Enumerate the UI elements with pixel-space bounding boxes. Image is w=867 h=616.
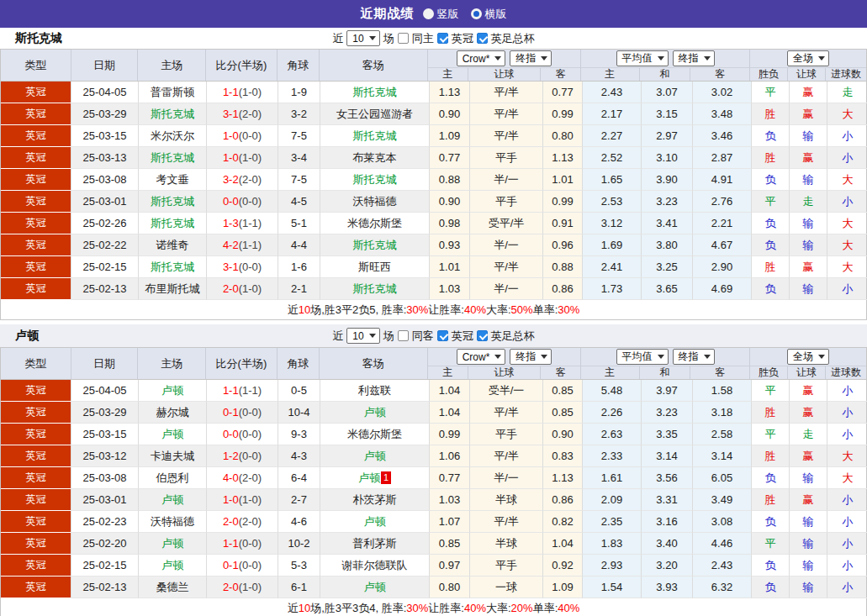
avg-odds-draw: 3.20 [642, 555, 693, 577]
away-team[interactable]: 卢顿 [320, 445, 430, 467]
match-date: 25-03-01 [71, 191, 139, 213]
average-select[interactable]: 平均值 [616, 349, 669, 365]
handicap-line: 平/半 [470, 256, 543, 278]
result-goals: 大 [827, 445, 867, 467]
home-team[interactable]: 卢顿 [139, 533, 207, 555]
same-home-checkbox[interactable] [398, 33, 409, 44]
result-goals: 小 [827, 125, 867, 147]
layout-radio-group: 竖版 横版 [423, 7, 507, 22]
away-team[interactable]: 斯托克城 [320, 278, 430, 300]
handicap-odds-away: 1.09 [543, 577, 583, 598]
same-home-label: 同主 [412, 31, 434, 46]
filter-controls: 近 10 场 同主 英冠 英足总杯 [332, 30, 534, 46]
away-team[interactable]: 卢顿 [320, 402, 430, 424]
home-team[interactable]: 斯托克城 [139, 256, 207, 278]
match-date: 25-02-13 [71, 278, 139, 300]
fa-cup-checkbox[interactable] [477, 33, 488, 44]
home-team: 米尔沃尔 [139, 125, 207, 147]
result-winloss: 平 [752, 380, 790, 402]
fa-cup-checkbox[interactable] [477, 330, 488, 341]
bookmaker-select[interactable]: Crow* [457, 50, 506, 66]
handicap-odds-home: 0.98 [430, 213, 470, 234]
subcol-handicap-result: 让球 [788, 366, 826, 379]
handicap-line: 平/半 [470, 402, 543, 424]
chevron-down-icon [704, 355, 711, 359]
corner-score: 7-5 [278, 125, 320, 147]
handicap-odds-away: 0.85 [543, 402, 583, 424]
table-row: 英冠25-02-15斯托克城3-1(0-0)1-6斯旺西1.01平/半0.882… [1, 256, 866, 278]
final-odds-select-2[interactable]: 终指 [673, 349, 715, 365]
fa-cup-label: 英足总杯 [491, 329, 535, 344]
subcol-handicap: 让球 [468, 366, 542, 379]
avg-odds-draw: 3.10 [642, 147, 693, 169]
final-odds-select[interactable]: 终指 [510, 50, 552, 66]
corner-score: 5-1 [278, 213, 320, 234]
away-team[interactable]: 斯托克城 [320, 125, 430, 147]
radio-horizontal-layout[interactable]: 横版 [471, 7, 507, 22]
away-team[interactable]: 卢顿 [320, 577, 430, 598]
home-team[interactable]: 斯托克城 [139, 103, 207, 125]
summary-stat-value: 30% [406, 602, 428, 614]
handicap-odds-home: 1.06 [430, 445, 470, 467]
result-handicap: 输 [790, 511, 827, 533]
away-team[interactable]: 斯托克城 [320, 234, 430, 256]
league-checkbox[interactable] [437, 330, 448, 341]
away-team[interactable]: 卢顿 [320, 511, 430, 533]
avg-dropdown-row: 平均值 终指 [581, 348, 749, 366]
fa-cup-label: 英足总杯 [491, 31, 535, 46]
away-team[interactable]: 斯托克城 [320, 82, 430, 103]
result-group: 全场 胜负 让球 进球数 [750, 50, 866, 81]
subcol-winloss: 胜负 [750, 68, 788, 81]
filter-controls: 近 10 场 同客 英冠 英足总杯 [332, 328, 534, 344]
bookmaker-select[interactable]: Crow* [457, 349, 506, 365]
league-checkbox[interactable] [437, 33, 448, 44]
recent-count-select[interactable]: 10 [346, 328, 379, 344]
handicap-odds-away: 0.88 [543, 256, 583, 278]
home-team[interactable]: 卢顿 [139, 380, 207, 402]
avg-subheader-row: 主 和 客 [581, 366, 749, 379]
result-handicap: 输 [790, 278, 827, 300]
league-badge: 英冠 [1, 213, 71, 234]
full-match-select[interactable]: 全场 [787, 50, 829, 66]
home-team[interactable]: 斯托克城 [139, 191, 207, 213]
away-team[interactable]: 斯托克城 [320, 169, 430, 191]
match-score: 0-0(0-0) [207, 191, 278, 213]
radio-button-selected-icon[interactable] [471, 8, 482, 19]
final-odds-select[interactable]: 终指 [510, 349, 552, 365]
match-date: 25-03-08 [71, 467, 139, 489]
result-dropdown-row: 全场 [750, 50, 866, 68]
away-team[interactable]: 卢顿1 [320, 467, 430, 489]
avg-odds-away: 4.69 [693, 278, 752, 300]
result-goals: 小 [827, 191, 867, 213]
chevron-down-icon [704, 56, 711, 61]
result-goals: 小 [827, 511, 867, 533]
home-team[interactable]: 斯托克城 [139, 213, 207, 234]
match-date: 25-03-13 [71, 147, 139, 169]
corner-score: 7-5 [278, 169, 320, 191]
summary-text: 大率: [486, 601, 511, 616]
recent-count-select[interactable]: 10 [346, 30, 379, 46]
match-date: 25-04-05 [71, 380, 139, 402]
match-date: 25-04-05 [71, 82, 139, 103]
same-away-checkbox[interactable] [398, 330, 409, 341]
final-odds-select-2[interactable]: 终指 [673, 50, 715, 66]
col-header-away: 客场 [320, 348, 428, 379]
home-team[interactable]: 卢顿 [139, 555, 207, 577]
radio-button-icon[interactable] [423, 8, 434, 19]
result-handicap: 赢 [790, 402, 827, 424]
result-goals: 走 [827, 82, 867, 103]
home-team[interactable]: 斯托克城 [139, 147, 207, 169]
full-match-select[interactable]: 全场 [787, 349, 829, 365]
average-select[interactable]: 平均值 [616, 50, 669, 66]
result-goals: 大 [827, 169, 867, 191]
home-team[interactable]: 卢顿 [139, 424, 207, 445]
radio-vertical-layout[interactable]: 竖版 [423, 7, 459, 22]
handicap-odds-home: 0.93 [430, 234, 470, 256]
home-team[interactable]: 卢顿 [139, 489, 207, 511]
match-score: 1-3(1-1) [207, 213, 278, 234]
avg-odds-away: 6.05 [693, 467, 752, 489]
chevron-down-icon [494, 56, 501, 61]
result-handicap: 赢 [790, 256, 827, 278]
home-team: 考文垂 [139, 169, 207, 191]
chevron-down-icon [658, 355, 664, 359]
